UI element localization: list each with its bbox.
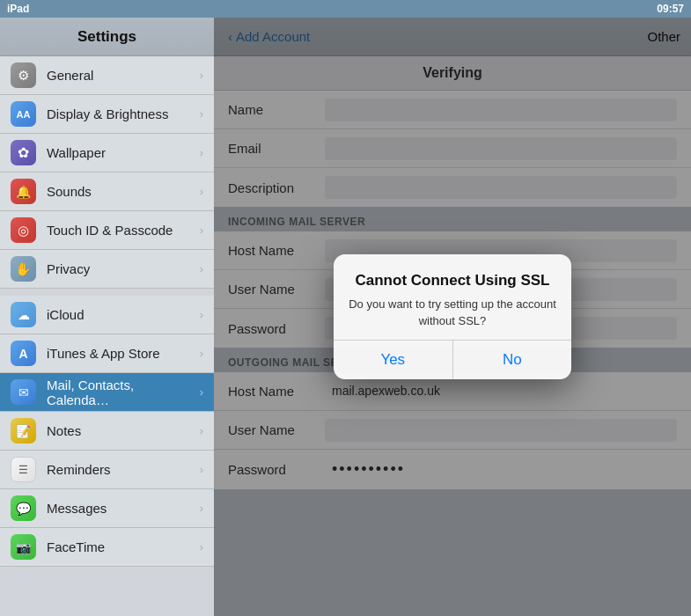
sidebar-label-mail: Mail, Contacts, Calenda… <box>47 378 200 407</box>
chevron-icon: › <box>200 146 203 159</box>
sidebar-item-facetime[interactable]: 📷 FaceTime › <box>0 528 214 567</box>
alert-message: Do you want to try setting up the accoun… <box>348 297 557 328</box>
status-bar: iPad 09:57 <box>0 0 691 18</box>
sidebar-item-mail[interactable]: ✉ Mail, Contacts, Calenda… › <box>0 373 214 412</box>
sidebar-item-touchid[interactable]: ◎ Touch ID & Passcode › <box>0 211 214 250</box>
alert-title: Cannot Connect Using SSL <box>348 272 557 290</box>
chevron-icon: › <box>200 502 203 515</box>
itunes-icon: A <box>11 341 36 366</box>
wallpaper-icon: ✿ <box>11 140 36 165</box>
sidebar-item-general[interactable]: ⚙ General › <box>0 56 214 95</box>
sidebar-label-notes: Notes <box>47 423 81 438</box>
alert-dialog: Cannot Connect Using SSL Do you want to … <box>334 254 571 378</box>
sidebar-label-messages: Messages <box>47 501 107 516</box>
sounds-icon: 🔔 <box>11 179 36 204</box>
sidebar-label-general: General <box>47 68 93 83</box>
sidebar-label-display: Display & Brightness <box>47 106 168 121</box>
facetime-icon: 📷 <box>11 534 36 560</box>
sidebar-item-messages[interactable]: 💬 Messages › <box>0 489 214 528</box>
chevron-icon: › <box>200 185 203 198</box>
alert-content: Cannot Connect Using SSL Do you want to … <box>334 254 571 339</box>
sidebar-item-icloud[interactable]: ☁ iCloud › <box>0 296 214 334</box>
chevron-icon: › <box>200 224 203 237</box>
sidebar-label-sounds: Sounds <box>47 184 92 199</box>
sidebar-item-reminders[interactable]: ☰ Reminders › <box>0 451 214 489</box>
display-icon: AA <box>11 101 36 127</box>
sidebar-label-facetime: FaceTime <box>47 539 105 554</box>
chevron-icon: › <box>200 107 203 121</box>
sidebar-item-display[interactable]: AA Display & Brightness › <box>0 95 214 134</box>
icloud-icon: ☁ <box>11 302 36 327</box>
alert-yes-button[interactable]: Yes <box>334 341 452 379</box>
carrier-text: iPad <box>7 3 29 15</box>
general-icon: ⚙ <box>11 62 36 88</box>
sidebar-header: Settings <box>0 18 214 56</box>
sidebar-item-itunes[interactable]: A iTunes & App Store › <box>0 334 214 373</box>
alert-buttons: Yes No <box>334 340 571 379</box>
chevron-icon: › <box>200 540 203 554</box>
sidebar-label-itunes: iTunes & App Store <box>47 346 160 361</box>
main-content: ‹ Add Account Other Verifying Name Email <box>214 18 691 616</box>
sidebar-item-wallpaper[interactable]: ✿ Wallpaper › <box>0 134 214 172</box>
messages-icon: 💬 <box>11 495 36 521</box>
sidebar-label-wallpaper: Wallpaper <box>47 145 106 160</box>
chevron-icon: › <box>200 424 203 437</box>
mail-icon: ✉ <box>11 379 36 405</box>
chevron-icon: › <box>200 463 203 476</box>
chevron-icon: › <box>200 347 203 360</box>
alert-overlay: Cannot Connect Using SSL Do you want to … <box>214 18 691 616</box>
chevron-icon: › <box>200 69 203 82</box>
chevron-icon: › <box>200 262 203 275</box>
chevron-icon: › <box>200 308 203 321</box>
sidebar-label-privacy: Privacy <box>47 261 90 276</box>
chevron-icon: › <box>200 385 203 399</box>
sidebar-label-icloud: iCloud <box>47 307 85 322</box>
notes-icon: 📝 <box>11 418 36 444</box>
touchid-icon: ◎ <box>11 217 36 243</box>
sidebar-items-list: ⚙ General › AA Display & Brightness › ✿ … <box>0 56 214 616</box>
sidebar: Settings ⚙ General › AA Display & Bright… <box>0 18 214 616</box>
alert-no-button[interactable]: No <box>452 341 572 379</box>
sidebar-item-notes[interactable]: 📝 Notes › <box>0 412 214 451</box>
sidebar-label-reminders: Reminders <box>47 462 111 477</box>
reminders-icon: ☰ <box>11 457 36 482</box>
time-text: 09:57 <box>657 3 684 15</box>
privacy-icon: ✋ <box>11 256 36 282</box>
sidebar-title: Settings <box>77 28 136 46</box>
sidebar-item-privacy[interactable]: ✋ Privacy › <box>0 250 214 289</box>
sidebar-item-sounds[interactable]: 🔔 Sounds › <box>0 172 214 211</box>
sidebar-label-touchid: Touch ID & Passcode <box>47 223 173 238</box>
